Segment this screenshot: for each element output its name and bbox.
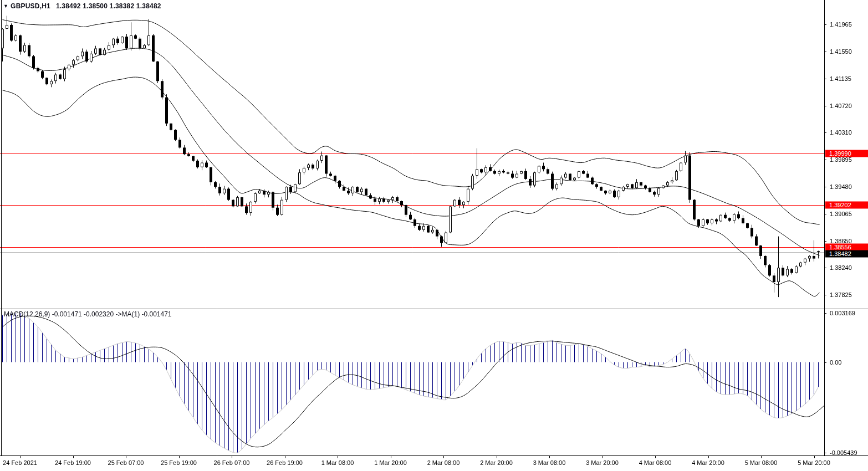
- collapse-triangle-icon[interactable]: ▼: [3, 3, 8, 9]
- price-chart-canvas[interactable]: [0, 0, 868, 471]
- symbol-ohlc-label: ▼GBPUSD,H11.38492 1.38500 1.38382 1.3848…: [3, 2, 161, 10]
- symbol-name: GBPUSD,H1: [11, 2, 50, 10]
- mt4-chart-window: ▼GBPUSD,H11.38492 1.38500 1.38382 1.3848…: [0, 0, 868, 471]
- ohlc-values: 1.38492 1.38500 1.38382 1.38482: [56, 2, 161, 10]
- macd-indicator-label: MACD(12,26,9) -0.001471 -0.002320 ->MA(1…: [4, 310, 172, 318]
